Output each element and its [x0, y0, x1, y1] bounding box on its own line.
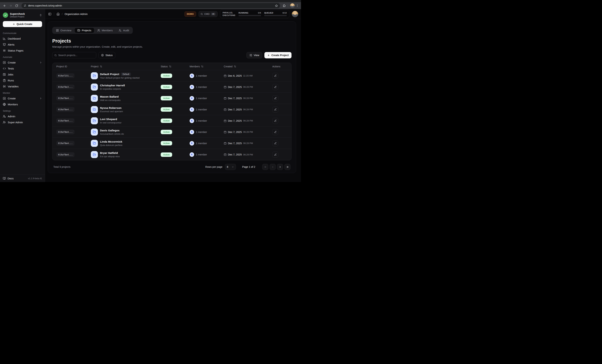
project-id-pill: 019af8e4... — [56, 141, 75, 146]
home-icon[interactable] — [56, 12, 60, 16]
page-subtitle: Manage projects within your organization… — [52, 45, 291, 48]
sidebar-item-alerts[interactable]: Alerts — [1, 42, 43, 47]
sidebar-item-create-monitor[interactable]: Create — [1, 95, 43, 101]
user-plus-icon — [3, 121, 6, 124]
edit-project-button[interactable] — [272, 140, 278, 146]
pen-icon — [274, 153, 277, 156]
sidebar-item-tests[interactable]: Tests — [1, 65, 43, 71]
workspace-switcher[interactable]: Supercheck Default Project — [0, 11, 45, 20]
project-folder-icon — [91, 83, 98, 91]
created-time: 11:15 AM — [243, 74, 253, 77]
edit-project-button[interactable] — [272, 73, 278, 79]
created-date: Dec 7, 2025 — [228, 108, 242, 111]
edit-project-button[interactable] — [272, 95, 278, 101]
sidebar-item-monitors[interactable]: Monitors — [1, 101, 43, 107]
plus-circle-icon — [101, 54, 104, 57]
calendar-icon — [224, 97, 226, 100]
edit-project-button[interactable] — [272, 84, 278, 90]
last-page-button[interactable] — [284, 164, 290, 170]
create-project-button[interactable]: Create Project — [264, 52, 291, 58]
sidebar-item-jobs[interactable]: Jobs — [1, 71, 43, 77]
edit-project-button[interactable] — [272, 118, 278, 124]
sidebar: Supercheck Default Project Quick Create … — [0, 9, 45, 182]
bookmark-star-icon[interactable] — [275, 4, 278, 7]
sidebar-item-variables[interactable]: Variables — [1, 83, 43, 89]
sidebar-footer: Docs v1.1.9-beta.41 — [0, 175, 45, 182]
browser-back-button[interactable] — [2, 3, 7, 8]
project-name[interactable]: Christopher Harrell — [100, 84, 125, 87]
user-avatar[interactable] — [292, 11, 298, 17]
member-avatar: K — [190, 141, 194, 146]
extensions-icon[interactable] — [282, 4, 286, 7]
table-row: 019af8e3... Christopher Harrell Et exped… — [53, 81, 291, 93]
calendar-icon — [224, 153, 226, 156]
quick-create-button[interactable]: Quick Create — [3, 21, 42, 27]
previous-page-button[interactable] — [270, 164, 276, 170]
member-avatar: K — [190, 73, 194, 78]
sidebar-item-admin[interactable]: Admin — [1, 113, 43, 119]
project-name[interactable]: Nyssa Roberson — [100, 106, 121, 110]
next-page-button[interactable] — [277, 164, 283, 170]
member-avatar: K — [190, 130, 194, 134]
column-header-status[interactable]: Status — [161, 65, 190, 68]
created-date: Dec 7, 2025 — [228, 142, 242, 145]
tab-audit[interactable]: Audit — [116, 28, 132, 33]
sort-icon[interactable] — [169, 65, 172, 68]
project-description: Quia dolorum perfere — [100, 144, 122, 146]
table-header-row: Project ID Project Status Members Create… — [53, 63, 291, 70]
browser-menu-icon[interactable] — [296, 4, 299, 7]
view-button[interactable]: View — [247, 52, 262, 58]
panel-left-toggle-icon[interactable] — [48, 12, 51, 16]
command-search-button[interactable]: CMD ⌘K — [199, 11, 217, 17]
default-badge: Default — [121, 73, 131, 76]
sidebar-item-create-automate[interactable]: Create — [1, 59, 43, 65]
sort-icon[interactable] — [201, 65, 204, 68]
sort-icon[interactable] — [234, 65, 236, 68]
created-date: Dec 7, 2025 — [228, 153, 242, 156]
search-projects-input[interactable] — [58, 54, 94, 57]
chevron-down-icon — [232, 166, 234, 168]
tab-projects[interactable]: Projects — [75, 28, 94, 33]
project-id-pill: 019af8e4... — [56, 152, 75, 157]
address-bar[interactable]: demo.supercheck.io/org-admin — [22, 3, 280, 8]
project-description: Eiusmod sed aperiam — [100, 110, 123, 113]
user-search-icon — [119, 29, 121, 32]
status-filter-button[interactable]: Status — [98, 52, 115, 58]
edit-project-button[interactable] — [272, 106, 278, 113]
url-text[interactable]: demo.supercheck.io/org-admin — [28, 4, 273, 7]
edit-project-button[interactable] — [272, 129, 278, 135]
site-settings-icon[interactable] — [24, 4, 26, 7]
workspace-logo — [3, 12, 8, 18]
tab-overview[interactable]: Overview — [53, 28, 74, 33]
section-label-automate: Automate — [1, 53, 43, 59]
sidebar-item-status-pages[interactable]: Status Pages — [1, 47, 43, 53]
column-header-created[interactable]: Created — [224, 65, 272, 68]
sidebar-item-runs[interactable]: Runs — [1, 77, 43, 83]
sort-icon[interactable] — [100, 65, 102, 68]
running-count: 0/4 — [258, 12, 261, 14]
created-time: 06:28 PM — [243, 108, 253, 111]
project-name[interactable]: Default Project — [100, 73, 119, 76]
browser-profile-avatar[interactable] — [290, 3, 295, 8]
calendar-icon — [224, 86, 226, 88]
column-header-project[interactable]: Project — [91, 65, 161, 68]
project-name[interactable]: Levi Shepard — [100, 118, 117, 121]
docs-link[interactable]: Docs — [8, 177, 26, 180]
sidebar-item-super-admin[interactable]: Super Admin — [1, 119, 43, 125]
tab-members[interactable]: Members — [95, 28, 116, 33]
member-avatar: K — [190, 96, 194, 101]
users-icon — [97, 29, 100, 32]
rows-per-page-select[interactable]: 8 — [225, 164, 236, 170]
project-name[interactable]: Mason Ballard — [100, 95, 119, 98]
project-name[interactable]: Linda Mccormick — [100, 140, 122, 143]
first-page-button[interactable] — [262, 164, 268, 170]
browser-forward-button[interactable] — [8, 3, 13, 8]
project-name[interactable]: Bryar Hatfield — [100, 151, 118, 155]
sidebar-item-dashboard[interactable]: Dashboard — [1, 35, 43, 42]
member-count: 1 member — [196, 131, 207, 134]
column-header-members[interactable]: Members — [190, 65, 224, 68]
edit-project-button[interactable] — [272, 152, 278, 157]
project-name[interactable]: Davis Gallegos — [100, 129, 119, 132]
browser-reload-button[interactable] — [14, 3, 19, 8]
code-icon — [3, 67, 6, 70]
